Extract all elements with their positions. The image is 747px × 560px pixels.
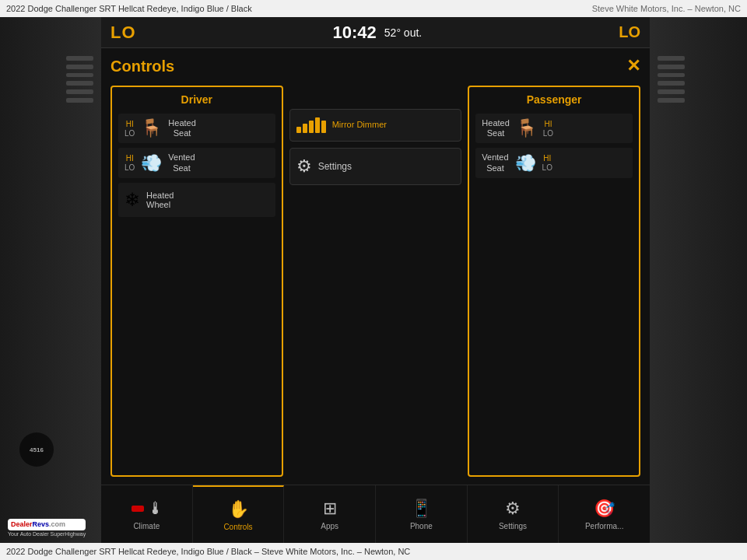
nav-climate[interactable]: 🌡 Climate [101, 485, 193, 543]
passenger-heated-seat-control[interactable]: HeatedSeat 🪑 HI LO [475, 114, 633, 143]
bottom-caption-bar: 2022 Dodge Challenger SRT Hellcat Redeye… [0, 543, 747, 560]
heated-seat-icon: 🪑 [141, 118, 162, 138]
driver-section: Driver HI LO 🪑 HeatedSeat HI LO [110, 86, 283, 477]
mirror-bars-icon [296, 117, 326, 133]
temperature-display: 52° out. [384, 26, 422, 39]
passenger-title: Passenger [475, 93, 633, 106]
mirror-bar [303, 124, 307, 133]
controls-label: Controls [223, 523, 252, 531]
vented-seat-icon: 💨 [141, 153, 162, 173]
performa-label: Performa... [585, 522, 623, 530]
hi-lo-group: HI LO [124, 120, 135, 138]
hi-label: HI [543, 154, 551, 163]
dealer-info: Steve White Motors, Inc. – Newton, NC [592, 4, 741, 13]
vented-seat-icon: 💨 [515, 153, 536, 173]
heated-wheel-label: HeatedWheel [146, 191, 174, 209]
driver-vented-seat-control[interactable]: HI LO 💨 VentedSeat [118, 148, 275, 177]
watermark: 4516 DealerRevs.com Your Auto Dealer Sup… [8, 516, 86, 537]
controls-title: Controls [110, 58, 174, 75]
lo-left-label: LO [110, 23, 136, 43]
settings-nav-icon: ⚙ [505, 499, 521, 519]
page-title-bar: 2022 Dodge Challenger SRT Hellcat Redeye… [0, 0, 747, 17]
lo-label: LO [543, 129, 553, 138]
controls-panel: Controls ✕ Driver HI LO 🪑 HeatedSeat [101, 48, 650, 485]
hi-label: HI [126, 120, 134, 128]
vent-slat [66, 81, 93, 86]
driver-heated-seat-control[interactable]: HI LO 🪑 HeatedSeat [118, 114, 275, 143]
mirror-dimmer-label: Mirror Dimmer [332, 120, 387, 130]
vent-slat [658, 65, 685, 69]
mirror-bar [321, 121, 326, 133]
hi-label: HI [126, 154, 134, 163]
hi-lo-group: HI LO [542, 154, 552, 172]
infotainment-screen: LO 10:42 52° out. LO Controls ✕ Driver H… [101, 17, 650, 543]
vent-slat [658, 73, 685, 78]
right-vent [658, 56, 685, 103]
vent-slat [66, 65, 93, 69]
vent-slat [66, 89, 93, 94]
bottom-caption: 2022 Dodge Challenger SRT Hellcat Redeye… [6, 547, 410, 556]
gear-icon: ⚙ [296, 156, 312, 177]
heated-seat-icon: 🪑 [516, 118, 537, 138]
climate-nav-content: 🌡 [128, 499, 164, 519]
dealer-number: 4516 [30, 446, 44, 453]
settings-button[interactable]: ⚙ Settings [289, 148, 462, 185]
dealer-tagline: Your Auto Dealer SuperHighway [8, 531, 86, 537]
right-panel [650, 17, 747, 543]
infotainment-header: LO 10:42 52° out. LO [101, 17, 650, 48]
controls-title-row: Controls ✕ [110, 56, 640, 76]
middle-section: Mirror Dimmer ⚙ Settings [289, 86, 462, 477]
climate-label: Climate [133, 522, 160, 530]
lo-label: LO [124, 129, 135, 138]
dealer-number-badge: 4516 [19, 432, 54, 467]
nav-performa[interactable]: 🎯 Performa... [559, 485, 650, 543]
nav-phone[interactable]: 📱 Phone [376, 485, 468, 543]
heated-seat-label: HeatedSeat [168, 118, 195, 138]
left-vent [66, 56, 93, 103]
controls-grid: Driver HI LO 🪑 HeatedSeat HI LO [110, 86, 640, 477]
apps-icon: ⊞ [323, 499, 337, 519]
mirror-bar [315, 117, 320, 133]
phone-label: Phone [410, 522, 433, 530]
clock-display: 10:42 [333, 23, 377, 43]
driver-title: Driver [118, 93, 275, 106]
close-button[interactable]: ✕ [626, 56, 640, 76]
vent-slat [66, 98, 93, 103]
dealer-logo: DealerRevs.com [8, 519, 86, 530]
mirror-dimmer-button[interactable]: Mirror Dimmer [289, 109, 462, 142]
vent-slat [658, 98, 685, 103]
hi-lo-group: HI LO [124, 154, 135, 172]
red-indicator [132, 506, 144, 512]
vent-slat [658, 89, 685, 94]
nav-settings[interactable]: ⚙ Settings [468, 485, 559, 543]
header-center: 10:42 52° out. [333, 23, 423, 43]
dealer-logo-block: DealerRevs.com Your Auto Dealer SuperHig… [8, 519, 86, 537]
mirror-bar [309, 121, 314, 133]
page-title: 2022 Dodge Challenger SRT Hellcat Redeye… [6, 4, 252, 13]
vented-seat-label: VentedSeat [168, 152, 195, 173]
settings-label: Settings [318, 161, 352, 172]
driver-heated-wheel-control[interactable]: ❄ HeatedWheel [118, 183, 275, 217]
lo-label: LO [542, 163, 552, 172]
nav-apps[interactable]: ⊞ Apps [284, 485, 376, 543]
hi-label: HI [544, 120, 552, 128]
passenger-vented-seat-control[interactable]: VentedSeat 💨 HI LO [475, 148, 633, 177]
vented-seat-label: VentedSeat [482, 152, 508, 173]
hi-lo-group: HI LO [543, 120, 553, 138]
climate-icon: 🌡 [147, 499, 164, 519]
performa-icon: 🎯 [594, 499, 615, 519]
apps-label: Apps [321, 522, 338, 530]
lo-right-label: LO [619, 23, 640, 41]
vent-slat [658, 81, 685, 86]
mirror-bar [296, 127, 301, 133]
lo-label: LO [124, 163, 135, 172]
bottom-nav: 🌡 Climate ✋ Controls ⊞ Apps 📱 Phone ⚙ Se… [101, 485, 650, 543]
nav-controls[interactable]: ✋ Controls [193, 485, 285, 543]
passenger-section: Passenger HeatedSeat 🪑 HI LO VentedSeat … [468, 86, 640, 477]
heated-wheel-icon: ❄ [124, 189, 140, 211]
vent-slat [66, 73, 93, 78]
settings-nav-label: Settings [499, 522, 527, 530]
heated-seat-label: HeatedSeat [482, 118, 509, 138]
controls-icon: ✋ [228, 499, 249, 520]
left-panel [0, 17, 101, 543]
